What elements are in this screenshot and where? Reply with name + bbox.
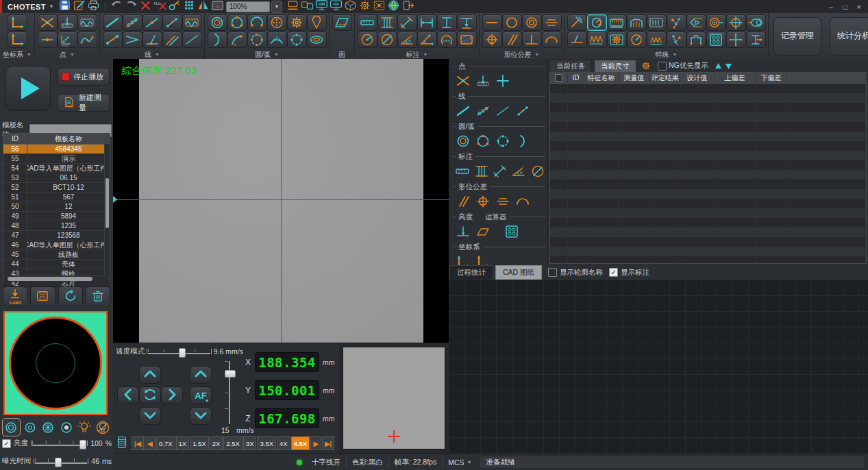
minimize-button[interactable]: – (829, 3, 833, 11)
palette-tol-symmetry[interactable] (494, 193, 512, 209)
stage-down-button[interactable] (139, 407, 161, 425)
tool-sp-comb[interactable] (647, 14, 667, 31)
template-row-48[interactable]: 481235 (3, 221, 110, 231)
calibration-icon[interactable] (372, 0, 386, 11)
magnification-4X-button[interactable]: 4X (277, 436, 290, 450)
ng-priority-checkbox[interactable] (658, 62, 667, 71)
delete-template-button[interactable] (86, 286, 110, 306)
palette-tol-profile[interactable] (514, 193, 532, 209)
magnification-2X-button[interactable]: 2X (210, 436, 223, 450)
template-row-56[interactable]: 564584345 (3, 145, 110, 154)
tool-line-point[interactable] (103, 32, 123, 48)
palette-dim-horizontal[interactable] (454, 163, 471, 179)
z-up-button[interactable] (190, 366, 212, 384)
tool-line-free[interactable] (182, 32, 202, 48)
magnification-0.7X-button[interactable]: 0.7X (156, 436, 175, 450)
template-row-49[interactable]: 495894 (3, 212, 110, 221)
template-row-55[interactable]: 55演示 (3, 154, 110, 164)
tab-当前任务[interactable]: 当前任务 (549, 60, 592, 73)
tool-sp-rings[interactable] (706, 14, 726, 31)
magnification-3X-button[interactable]: 3X (243, 436, 257, 450)
tool-circle-three-point[interactable] (227, 14, 247, 31)
mirror-icon[interactable] (196, 0, 210, 11)
palette-height-plane[interactable] (474, 223, 492, 239)
coordinate-system-select[interactable]: MCS ▼ (443, 458, 477, 467)
tool-dim-angle[interactable]: θ (397, 32, 417, 48)
brightness-checkbox[interactable]: ✓ (2, 439, 11, 448)
stage-up-button[interactable] (139, 366, 161, 384)
tool-line-wave[interactable] (182, 14, 202, 31)
palette-dim-angle[interactable]: θ (510, 163, 527, 179)
palette-point-intersection[interactable] (454, 73, 472, 88)
tool-tol-straightness[interactable] (482, 14, 502, 31)
palette-arc-basic[interactable] (514, 133, 532, 149)
tool-tol-perpendicularity[interactable] (522, 32, 542, 48)
tab-CAD 图纸[interactable]: CAD 图纸 (495, 265, 542, 280)
settings-gear-icon[interactable] (358, 0, 372, 11)
column-header-下偏差[interactable]: 下偏差 (756, 73, 787, 83)
delete-all-icon[interactable]: ALL (153, 0, 167, 11)
palette-dim-point-to-line[interactable] (492, 163, 508, 179)
select-all-checkbox[interactable] (550, 73, 568, 83)
tool-sp-bridge[interactable] (627, 14, 647, 31)
tool-circle-ring[interactable] (208, 14, 227, 31)
redo-icon[interactable] (124, 0, 138, 11)
app-menu-caret-icon[interactable]: ▼ (49, 3, 54, 10)
monitor-vx-icon[interactable]: VX (329, 0, 343, 11)
tool-circle-gear[interactable] (287, 14, 307, 31)
palette-line-two-point[interactable] (514, 103, 532, 119)
tool-arc-basic[interactable] (208, 32, 227, 48)
tool-sp-spiral[interactable] (587, 14, 607, 31)
secondary-camera-preview[interactable] (339, 343, 449, 454)
magnification-2.5X-button[interactable]: 2.5X (223, 436, 243, 450)
magnification-1.5X-button[interactable]: 1.5X (190, 436, 209, 450)
color-mode-status[interactable]: 色彩:黑白 (347, 458, 388, 467)
tab-当前尺寸[interactable]: 当前尺寸 (594, 60, 636, 73)
tool-circle-points[interactable] (287, 32, 307, 48)
template-row-44[interactable]: 44壳体 (3, 260, 110, 269)
tool-sp-scan-2[interactable] (667, 32, 686, 48)
tool-sp-caliper[interactable] (607, 14, 627, 31)
stage-right-button[interactable] (161, 386, 183, 404)
tool-dim-area[interactable] (457, 32, 477, 48)
cad-canvas[interactable] (449, 280, 868, 454)
tool-sp-scan[interactable] (667, 14, 686, 31)
template-row-47[interactable]: 47123568 (3, 231, 110, 240)
tool-sp-bracket[interactable] (686, 32, 706, 48)
link-icon[interactable] (167, 0, 182, 11)
tool-dim-perpendicular[interactable] (457, 14, 477, 31)
tool-dim-horizontal[interactable] (358, 14, 377, 31)
tool-plane[interactable] (332, 14, 352, 31)
tool-sp-profile-arrow[interactable] (686, 14, 706, 31)
tool-sp-tee[interactable] (567, 32, 587, 48)
template-table-vscrollbar[interactable] (104, 144, 110, 275)
tool-circle-grid[interactable] (267, 14, 287, 31)
palette-tol-parallelism[interactable] (454, 193, 472, 209)
palette-point-cross[interactable] (494, 73, 512, 88)
palette-circle-ring[interactable] (454, 133, 472, 149)
print-icon[interactable] (86, 0, 101, 11)
tool-point-midline[interactable] (38, 32, 58, 48)
tool-dim-point-to-line[interactable] (397, 14, 417, 31)
move-up-icon[interactable] (715, 62, 722, 70)
segment-light-button[interactable] (40, 419, 57, 436)
palette-line-chain[interactable] (474, 103, 492, 119)
tool-sp-cross[interactable] (726, 32, 746, 48)
bulb-off-button[interactable] (95, 419, 112, 436)
tool-line-two-point[interactable] (162, 14, 182, 31)
template-row-53[interactable]: 5306.15 (3, 173, 110, 183)
exit-icon[interactable] (401, 0, 415, 11)
load-template-button[interactable]: Load (3, 286, 27, 306)
tool-point-crown[interactable] (77, 32, 97, 48)
tool-sp-crown[interactable] (647, 32, 667, 48)
tool-dim-angle-three-point[interactable] (417, 32, 437, 48)
show-dim-checkbox[interactable]: ✓ (609, 268, 618, 277)
tool-tol-roundness[interactable] (502, 14, 522, 31)
globe-icon[interactable] (386, 0, 401, 11)
tool-sp-crosshair[interactable] (726, 14, 746, 31)
cube-3d-icon[interactable] (343, 0, 358, 11)
tool-circle-pin[interactable] (307, 14, 327, 31)
refresh-templates-button[interactable] (58, 286, 83, 306)
tool-axis-origin[interactable] (8, 14, 27, 31)
column-header-id[interactable]: ID (3, 134, 27, 144)
